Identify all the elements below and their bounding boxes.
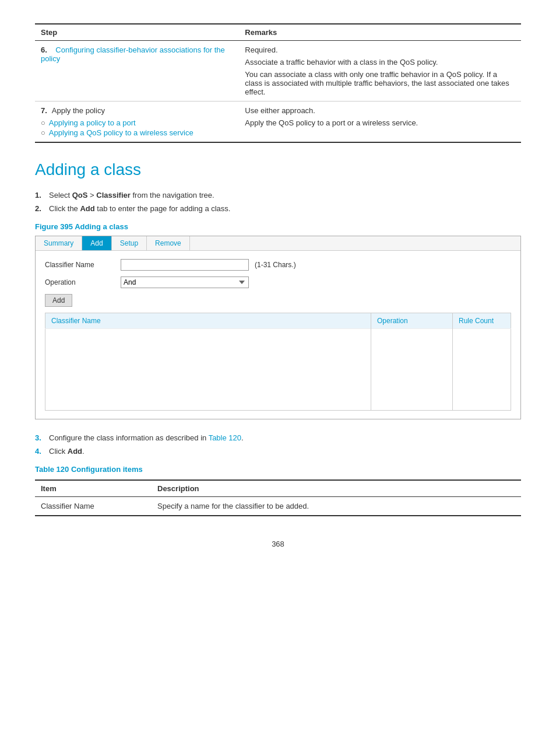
list-item: 3. Configure the class information as de… [35,433,521,442]
ui-tabs: Summary Add Setup Remove [36,236,520,251]
operation-col: Operation [371,313,453,329]
list-item: 1. Select QoS > Classifier from the navi… [35,191,521,200]
step-number: 7. [41,106,47,115]
tab-add[interactable]: Add [82,236,111,250]
remarks-col-header: Remarks [239,24,521,41]
classifier-name-row: Classifier Name (1-31 Chars.) [45,259,511,271]
rule-count-col: Rule Count [453,313,511,329]
steps-list2: 3. Configure the class information as de… [35,433,521,456]
remark-associate: Associate a traffic behavior with a clas… [245,58,515,66]
figure-label: Figure 395 Adding a class [35,222,521,231]
ui-mockup: Summary Add Setup Remove Classifier Name… [35,236,521,419]
step-num-label: 2. [35,204,49,213]
remark-apply: Apply the QoS policy to a port or a wire… [245,118,515,127]
empty-row [45,329,511,411]
step-num-label: 4. [35,447,49,456]
page-number: 368 [35,540,521,548]
operation-select[interactable]: And Or [121,276,249,288]
add-button[interactable]: Add [45,294,72,307]
tab-summary[interactable]: Summary [36,236,82,250]
step6-link[interactable]: Configuring classifier-behavior associat… [41,46,225,63]
steps-list: 1. Select QoS > Classifier from the navi… [35,191,521,213]
remark-either: Use either approach. [245,106,515,115]
classifier-name-label: Classifier Name [45,261,121,269]
step-number: 6. [41,46,47,54]
step-num-label: 1. [35,191,49,200]
classifier-table: Classifier Name Operation Rule Count [45,313,511,411]
section-title: Adding a class [35,160,521,179]
description-col-header: Description [152,480,521,497]
classifier-name-hint: (1-31 Chars.) [255,261,296,269]
step7-link1[interactable]: Applying a policy to a port [49,118,136,127]
operation-row: Operation And Or [45,276,511,288]
add-button-row: Add [45,294,511,307]
remark-required: Required. [245,46,515,54]
bullet-icon: ○ [41,118,45,127]
table-row: 7. Apply the policy ○ Applying a policy … [35,102,521,143]
step7-text: Apply the policy [52,106,105,115]
tab-setup[interactable]: Setup [112,236,147,250]
step4-text: Click Add. [49,447,85,456]
tab-remove[interactable]: Remove [147,236,190,250]
list-item: 4. Click Add. [35,447,521,456]
item-cell: Classifier Name [35,497,152,516]
classifier-name-input[interactable] [121,259,249,271]
description-cell: Specify a name for the classifier to be … [152,497,521,516]
step2-text: Click the Add tab to enter the page for … [49,204,230,213]
table-row: 6. Configuring classifier-behavior assoc… [35,41,521,102]
remark-detail: You can associate a class with only one … [245,70,515,96]
table120-link[interactable]: Table 120 [209,433,241,442]
ui-content: Classifier Name (1-31 Chars.) Operation … [36,251,520,419]
config-table: Item Description Classifier Name Specify… [35,480,521,516]
steps-table: Step Remarks 6. Configuring classifier-b… [35,23,521,143]
list-item: 2. Click the Add tab to enter the page f… [35,204,521,213]
table-label: Table 120 Configuration items [35,465,521,474]
table-row: Classifier Name Specify a name for the c… [35,497,521,516]
step7-link2[interactable]: Applying a QoS policy to a wireless serv… [49,128,193,137]
classifier-name-col: Classifier Name [45,313,371,329]
bullet-icon: ○ [41,128,45,137]
step-col-header: Step [35,24,239,41]
item-col-header: Item [35,480,152,497]
step3-text: Configure the class information as descr… [49,433,244,442]
step-num-label: 3. [35,433,49,442]
step1-text: Select QoS > Classifier from the navigat… [49,191,214,200]
operation-label: Operation [45,278,121,286]
